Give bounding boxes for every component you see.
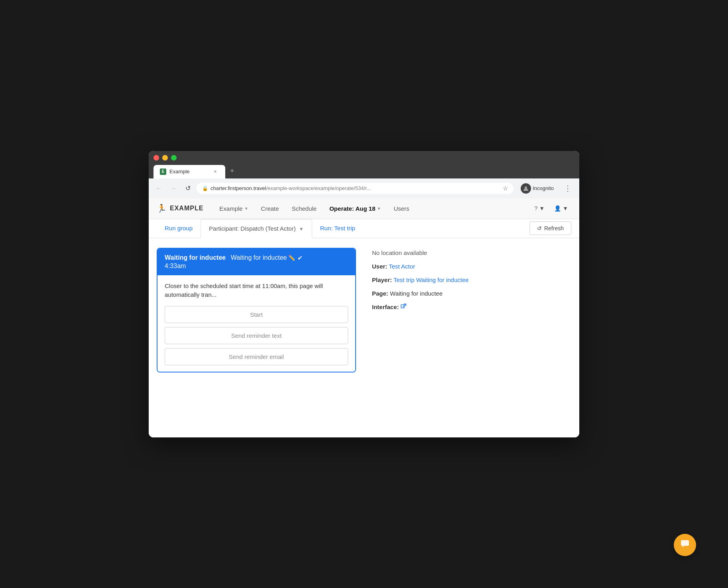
interface-link[interactable] xyxy=(401,304,406,310)
card-panel: Waiting for inductee Waiting for inducte… xyxy=(157,248,356,428)
interface-row: Interface: xyxy=(372,302,571,312)
tab-participant[interactable]: Participant: Dispatch (Test Actor) ▼ xyxy=(201,219,312,238)
tab-close-btn[interactable]: × xyxy=(212,168,219,175)
check-icon[interactable]: ✔ xyxy=(297,254,303,262)
browser-window: E Example × + ← → ↺ 🔒 charter.firstperso… xyxy=(149,151,579,437)
browser-titlebar: E Example × + xyxy=(149,151,579,178)
refresh-button[interactable]: ↺ Refresh xyxy=(529,221,571,235)
page-label: Page: xyxy=(372,290,388,297)
browser-addressbar: ← → ↺ 🔒 charter.firstperson.travel/examp… xyxy=(149,178,579,198)
url-display: charter.firstperson.travel/example-works… xyxy=(211,185,500,191)
browser-menu-btn[interactable]: ⋮ xyxy=(561,182,575,194)
player-label: Player: xyxy=(372,276,392,283)
start-btn[interactable]: Start xyxy=(165,306,348,323)
card-header: Waiting for inductee Waiting for inducte… xyxy=(157,249,355,275)
tab-run-group[interactable]: Run group xyxy=(157,219,201,238)
logo-icon: 🏃 xyxy=(157,204,167,213)
send-reminder-text-btn[interactable]: Send reminder text xyxy=(165,327,348,344)
traffic-lights xyxy=(153,155,575,161)
card-description: Closer to the scheduled start time at 11… xyxy=(165,282,348,300)
location-status: No location available xyxy=(372,249,571,256)
active-tab[interactable]: E Example × xyxy=(153,165,225,178)
incognito-icon xyxy=(523,185,529,192)
help-btn[interactable]: ? ▼ xyxy=(531,204,548,213)
tab-title: Example xyxy=(169,169,190,174)
help-caret: ▼ xyxy=(539,205,545,212)
info-panel: No location available User: Test Actor P… xyxy=(372,248,571,428)
maximize-window-btn[interactable] xyxy=(171,155,177,161)
page-row: Page: Waiting for inductee xyxy=(372,289,571,298)
player-link[interactable]: Test trip Waiting for inductee xyxy=(394,276,469,283)
help-icon: ? xyxy=(534,205,537,212)
send-reminder-email-btn[interactable]: Send reminder email xyxy=(165,348,348,365)
card-title-normal: Waiting for inductee xyxy=(231,254,287,261)
refresh-icon: ↺ xyxy=(537,225,542,231)
profile-avatar xyxy=(521,183,531,194)
card-body: Closer to the scheduled start time at 11… xyxy=(157,275,355,372)
user-label: User: xyxy=(372,263,387,270)
app-logo[interactable]: 🏃 EXAMPLE xyxy=(157,204,203,213)
new-tab-btn[interactable]: + xyxy=(225,164,239,178)
chat-fab-btn[interactable] xyxy=(674,534,696,556)
bookmark-icon[interactable]: ☆ xyxy=(503,185,508,192)
external-link-icon xyxy=(401,304,406,310)
profile-btn[interactable]: Incognito xyxy=(517,182,558,195)
operate-caret: ▼ xyxy=(377,206,381,211)
close-window-btn[interactable] xyxy=(153,155,159,161)
tab-favicon: E xyxy=(160,169,166,175)
profile-label: Incognito xyxy=(533,185,554,191)
tabs-row: Run group Participant: Dispatch (Test Ac… xyxy=(149,219,579,238)
player-row: Player: Test trip Waiting for inductee xyxy=(372,275,571,285)
user-icon: 👤 xyxy=(554,205,561,212)
user-caret: ▼ xyxy=(563,205,568,212)
back-btn[interactable]: ← xyxy=(153,183,165,194)
url-domain: charter.firstperson.travel xyxy=(211,185,266,191)
nav-operate[interactable]: Operate: Aug 18 ▼ xyxy=(323,198,387,219)
nav-right: ? ▼ 👤 ▼ xyxy=(531,204,571,213)
example-caret: ▼ xyxy=(244,206,248,211)
app-container: 🏃 EXAMPLE Example ▼ Create Schedule Oper… xyxy=(149,198,579,437)
nav-schedule[interactable]: Schedule xyxy=(285,198,323,219)
participant-card: Waiting for inductee Waiting for inducte… xyxy=(157,248,356,372)
reload-btn[interactable]: ↺ xyxy=(182,183,193,194)
url-path: /example-workspace/example/operate/534/r… xyxy=(266,185,371,191)
nav-create[interactable]: Create xyxy=(255,198,285,219)
main-content: Waiting for inductee Waiting for inducte… xyxy=(149,238,579,437)
user-menu-btn[interactable]: 👤 ▼ xyxy=(551,204,571,213)
logo-text: EXAMPLE xyxy=(170,205,203,212)
nav-example[interactable]: Example ▼ xyxy=(213,198,254,219)
svg-rect-3 xyxy=(681,540,689,546)
tab-run[interactable]: Run: Test trip xyxy=(312,219,363,238)
page-value: Waiting for inductee xyxy=(390,290,443,297)
card-header-time: 4:33am xyxy=(165,263,348,270)
nav-users[interactable]: Users xyxy=(387,198,415,219)
interface-label: Interface: xyxy=(372,304,399,310)
card-header-top: Waiting for inductee Waiting for inducte… xyxy=(165,254,348,262)
user-link[interactable]: Test Actor xyxy=(389,263,415,270)
minimize-window-btn[interactable] xyxy=(162,155,168,161)
lock-icon: 🔒 xyxy=(202,186,208,191)
user-row: User: Test Actor xyxy=(372,262,571,271)
browser-tabs: E Example × + xyxy=(153,164,575,178)
app-navbar: 🏃 EXAMPLE Example ▼ Create Schedule Oper… xyxy=(149,198,579,219)
address-bar[interactable]: 🔒 charter.firstperson.travel/example-wor… xyxy=(197,183,514,194)
participant-dropdown-icon: ▼ xyxy=(299,226,304,232)
chat-fab-icon xyxy=(680,539,690,551)
card-header-icons: ✏️ ✔ xyxy=(288,254,303,262)
edit-icon[interactable]: ✏️ xyxy=(288,255,295,261)
card-title-bold: Waiting for inductee xyxy=(165,254,226,261)
forward-btn[interactable]: → xyxy=(168,183,179,194)
